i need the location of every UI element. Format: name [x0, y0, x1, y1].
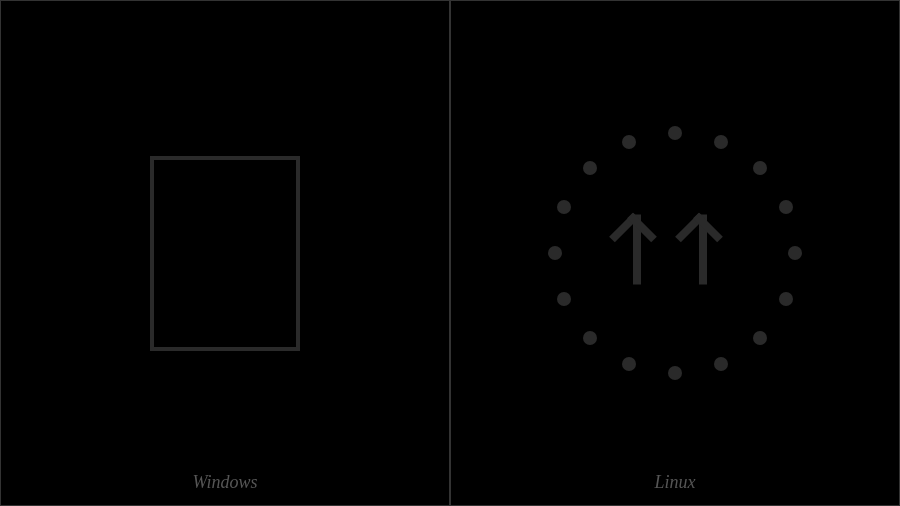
- circle-dot: [622, 357, 636, 371]
- windows-panel: Windows: [0, 0, 450, 506]
- circle-dot: [557, 292, 571, 306]
- circle-dot: [668, 366, 682, 380]
- empty-glyph-box: [150, 156, 300, 351]
- linux-label: Linux: [654, 472, 695, 493]
- up-arrow-right-icon: [699, 215, 707, 285]
- circle-dot: [622, 135, 636, 149]
- linux-panel: Linux: [450, 0, 900, 506]
- circle-dot: [779, 292, 793, 306]
- circle-dot: [753, 331, 767, 345]
- circle-dot: [668, 126, 682, 140]
- circle-dot: [714, 357, 728, 371]
- circle-dot: [583, 331, 597, 345]
- up-arrow-left-icon: [633, 215, 641, 285]
- circle-dot: [557, 200, 571, 214]
- windows-label: Windows: [192, 472, 257, 493]
- circle-dot: [753, 161, 767, 175]
- circle-dot: [548, 246, 562, 260]
- circle-dot: [714, 135, 728, 149]
- circle-dot: [788, 246, 802, 260]
- dotted-circle-arrows-glyph: [545, 123, 805, 383]
- circle-dot: [779, 200, 793, 214]
- circle-dot: [583, 161, 597, 175]
